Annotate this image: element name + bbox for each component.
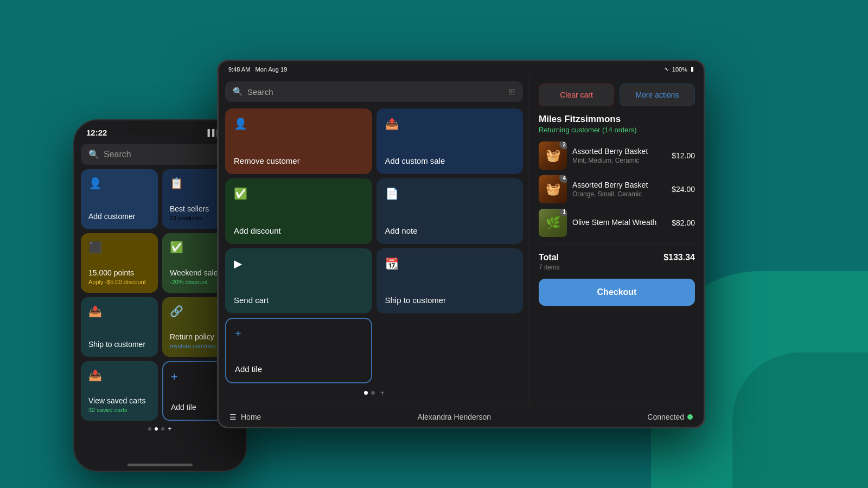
add-note-label: Add note: [385, 226, 515, 235]
tablet-dot-2: [371, 391, 375, 395]
cart-item-variant: Orange, Small, Ceramic: [572, 190, 666, 198]
tablet-connection-status: Connected: [647, 413, 693, 421]
ship-icon: 📤: [88, 305, 150, 318]
cart-total-items: 7 items: [539, 264, 560, 271]
phone-tile-view-saved-carts[interactable]: 📤 View saved carts 32 saved carts: [81, 361, 158, 421]
saved-carts-icon: 📤: [88, 369, 150, 382]
send-cart-label: Send cart: [234, 296, 363, 305]
tablet-search-icon: 🔍: [233, 87, 243, 97]
cart-item: 4 🧺 Assorted Berry Basket Orange, Small,…: [539, 175, 695, 203]
tablet-left-panel: 🔍 Search ⊞ 👤 Remove customer 📤 Add custo…: [219, 75, 530, 407]
customer-name: Miles Fitzsimmons: [539, 114, 695, 125]
tablet-tile-send-cart[interactable]: ▶ Send cart: [225, 248, 372, 314]
tablet-tile-add-tile[interactable]: + Add tile: [225, 318, 372, 383]
cart-item-name: Olive Stem Metal Wreath: [572, 218, 666, 227]
tablet-status-right: ∿ 100% ▮: [664, 66, 694, 73]
tablet-tile-add-custom-sale[interactable]: 📤 Add custom sale: [376, 108, 524, 174]
cart-item-price: $12.00: [672, 151, 695, 160]
tablet-add-tile-label: Add tile: [235, 364, 362, 374]
cart-actions: Clear cart More actions: [539, 84, 695, 106]
connected-label: Connected: [647, 413, 684, 421]
points-icon: ⬛: [88, 241, 150, 254]
add-custom-sale-icon: 📤: [385, 117, 515, 130]
phone-tile-points[interactable]: ⬛ 15,000 points Apply -$5.00 discount: [81, 233, 158, 293]
hamburger-icon: ☰: [229, 413, 237, 421]
search-icon: 🔍: [88, 149, 99, 159]
tablet-status-bar: 9:48 AM Mon Aug 19 ∿ 100% ▮: [219, 61, 704, 75]
phone-tile-ship-to-customer[interactable]: 📤 Ship to customer: [81, 297, 158, 357]
tablet-home-nav[interactable]: ☰ Home: [229, 413, 261, 421]
cart-item-image: 4 🧺: [539, 175, 567, 203]
tablet-search-placeholder: Search: [247, 87, 273, 97]
cart-item-price: $82.00: [672, 219, 695, 227]
cart-total-amount: $133.34: [663, 253, 695, 262]
cart-item-price: $24.00: [672, 185, 695, 194]
add-discount-label: Add discount: [234, 226, 363, 235]
add-note-icon: 📄: [385, 187, 515, 200]
phone-time: 12:22: [86, 128, 107, 137]
add-custom-sale-label: Add custom sale: [385, 156, 515, 165]
customer-info: Miles Fitzsimmons Returning customer (14…: [539, 114, 695, 134]
cart-item-image: 2 🧺: [539, 142, 567, 170]
cart-divider: [539, 245, 695, 245]
tablet-dot-1: [364, 391, 368, 395]
cart-items-list: 2 🧺 Assorted Berry Basket Mint, Medium, …: [539, 142, 695, 237]
cart-item: 2 🧺 Assorted Berry Basket Mint, Medium, …: [539, 142, 695, 170]
add-customer-label: Add customer: [88, 211, 150, 221]
cart-item-details: Assorted Berry Basket Orange, Small, Cer…: [572, 181, 666, 198]
tablet-battery-icon: ▮: [691, 66, 694, 73]
add-customer-icon: 👤: [88, 177, 150, 190]
clear-cart-button[interactable]: Clear cart: [539, 84, 614, 106]
tablet-tile-add-note[interactable]: 📄 Add note: [376, 178, 524, 244]
tablet-page-dots: +: [225, 383, 523, 400]
checkout-button[interactable]: Checkout: [539, 279, 695, 306]
tablet-screen: 9:48 AM Mon Aug 19 ∿ 100% ▮ 🔍 Search ⊞: [219, 61, 704, 427]
phone-search-bar[interactable]: 🔍 Search ⊞: [81, 144, 239, 165]
bg-shape2: [732, 352, 868, 488]
more-actions-button[interactable]: More actions: [620, 84, 695, 106]
remove-customer-icon: 👤: [234, 117, 363, 130]
tablet-barcode-icon: ⊞: [508, 87, 515, 97]
phone-dot-1: [148, 427, 151, 431]
tablet-tile-remove-customer[interactable]: 👤 Remove customer: [225, 108, 372, 174]
phone-notch: [127, 120, 193, 136]
points-label: 15,000 points: [88, 268, 150, 278]
tablet-ship-icon: 📆: [385, 257, 515, 270]
cart-item: 1 🌿 Olive Stem Metal Wreath $82.00: [539, 209, 695, 237]
tablet-add-tile-icon: +: [235, 328, 362, 340]
connected-dot: [687, 414, 693, 420]
phone-dot-3: [161, 427, 164, 431]
points-sublabel: Apply -$5.00 discount: [88, 279, 150, 285]
tablet-cart-panel: Clear cart More actions Miles Fitzsimmon…: [530, 75, 704, 407]
cart-item-name: Assorted Berry Basket: [572, 147, 666, 156]
cart-item-variant: Mint, Medium, Ceramic: [572, 157, 666, 164]
cart-item-name: Assorted Berry Basket: [572, 181, 666, 189]
tablet-ship-label: Ship to customer: [385, 296, 515, 305]
remove-customer-label: Remove customer: [234, 156, 363, 165]
tablet-add-page[interactable]: +: [380, 389, 385, 397]
tablet-search-bar[interactable]: 🔍 Search ⊞: [225, 81, 523, 102]
customer-status: Returning customer (14 orders): [539, 126, 695, 134]
send-cart-icon: ▶: [234, 257, 363, 270]
phone-dot-2: [155, 427, 158, 431]
saved-carts-sublabel: 32 saved carts: [88, 407, 150, 413]
tablet-tiles-grid: 👤 Remove customer 📤 Add custom sale ✅ Ad…: [225, 108, 523, 383]
cart-item-image: 1 🌿: [539, 209, 567, 237]
tablet-tile-ship-to-customer[interactable]: 📆 Ship to customer: [376, 248, 524, 314]
add-discount-icon: ✅: [234, 187, 363, 200]
cart-item-details: Olive Stem Metal Wreath: [572, 218, 666, 228]
phone-search-placeholder: Search: [104, 150, 131, 159]
cart-total: Total 7 items $133.34: [539, 253, 695, 271]
tablet-tile-add-discount[interactable]: ✅ Add discount: [225, 178, 372, 244]
tablet-bottom-bar: ☰ Home Alexandra Henderson Connected: [219, 407, 704, 427]
phone-tile-add-customer[interactable]: 👤 Add customer: [81, 169, 158, 229]
tablet-wifi-icon: ∿: [664, 66, 669, 73]
tablet-battery: 100%: [672, 66, 687, 73]
saved-carts-label: View saved carts: [88, 396, 150, 406]
phone-add-page[interactable]: +: [168, 425, 171, 433]
tablet-main-area: 🔍 Search ⊞ 👤 Remove customer 📤 Add custo…: [219, 75, 704, 407]
ship-label: Ship to customer: [88, 339, 150, 349]
cart-total-info: Total 7 items: [539, 253, 560, 271]
phone-home-indicator: [127, 464, 193, 466]
tablet-device: 9:48 AM Mon Aug 19 ∿ 100% ▮ 🔍 Search ⊞: [217, 60, 705, 428]
